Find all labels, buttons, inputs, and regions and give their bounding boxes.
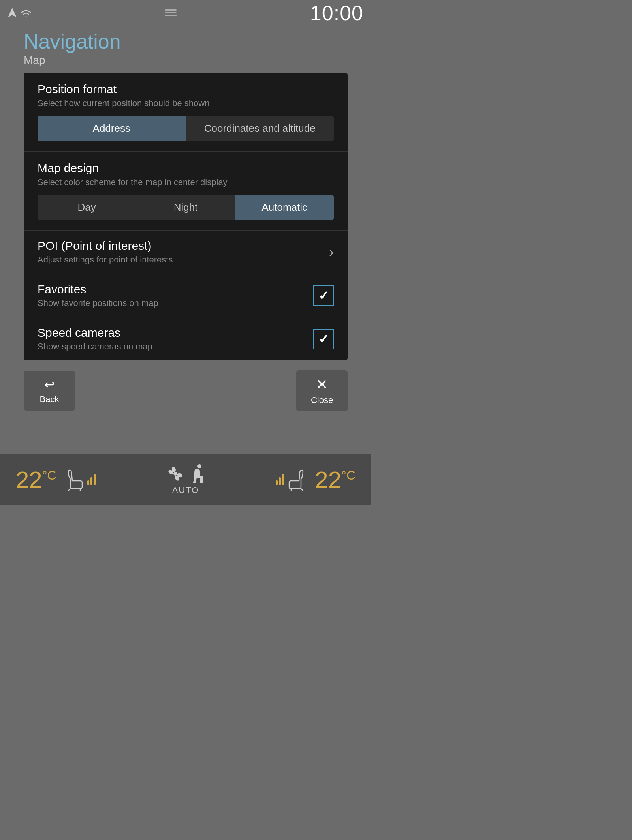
page-title: Navigation: [24, 30, 348, 53]
navigation-icon: [8, 8, 17, 18]
chevron-right-icon: ›: [329, 244, 334, 261]
map-design-section: Map design Select color scheme for the m…: [24, 152, 348, 231]
map-design-night-btn[interactable]: Night: [136, 195, 235, 220]
climate-right: 22°C: [276, 466, 356, 493]
temp-left: 22°C: [16, 466, 56, 493]
map-design-desc: Select color scheme for the map in cente…: [38, 177, 334, 188]
map-design-auto-btn[interactable]: Automatic: [235, 195, 334, 220]
map-design-title: Map design: [38, 161, 334, 175]
favorites-checkbox[interactable]: ✓: [313, 285, 334, 306]
nav-header: Navigation Map: [0, 24, 371, 73]
poi-title: POI (Point of interest): [38, 239, 323, 253]
speed-cameras-row[interactable]: Speed cameras Show speed cameras on map …: [24, 317, 348, 360]
back-icon: ↩: [44, 377, 55, 392]
climate-bar: 22°C: [0, 454, 371, 505]
close-icon: ✕: [316, 376, 328, 393]
heat-bars-left: [87, 474, 96, 485]
map-design-toggle-group: Day Night Automatic: [38, 195, 334, 220]
seat-icon-right: [287, 469, 307, 491]
status-bar: 10:00: [0, 0, 371, 24]
poi-row[interactable]: POI (Point of interest) Adjust settings …: [24, 231, 348, 274]
temp-right: 22°C: [315, 466, 356, 493]
speed-cameras-desc: Show speed cameras on map: [38, 341, 313, 352]
close-button[interactable]: ✕ Close: [296, 370, 348, 411]
favorites-title: Favorites: [38, 283, 313, 296]
position-format-desc: Select how current position should be sh…: [38, 98, 334, 109]
breadcrumb: Map: [24, 54, 348, 67]
favorites-desc: Show favorite positions on map: [38, 298, 313, 308]
bottom-bar: ↩ Back ✕ Close: [0, 364, 371, 417]
seat-icon-left: [64, 469, 84, 491]
close-label: Close: [311, 395, 333, 405]
favorites-row[interactable]: Favorites Show favorite positions on map…: [24, 274, 348, 317]
seat-heat-left: [64, 469, 96, 491]
status-icons-left: [8, 8, 32, 18]
svg-marker-0: [8, 8, 17, 17]
speed-cameras-title: Speed cameras: [38, 326, 313, 339]
wifi-icon: [21, 9, 32, 17]
poi-desc: Adjust settings for point of interests: [38, 255, 323, 265]
position-format-title: Position format: [38, 82, 334, 96]
position-format-section: Position format Select how current posit…: [24, 73, 348, 152]
position-format-address-btn[interactable]: Address: [38, 116, 186, 141]
seated-person-icon: [188, 464, 205, 484]
svg-point-1: [173, 472, 177, 476]
heat-bars-right: [276, 474, 284, 485]
map-design-day-btn[interactable]: Day: [38, 195, 136, 220]
fan-icon: [167, 465, 184, 483]
position-format-toggle-group: Address Coordinates and altitude: [38, 116, 334, 141]
auto-label: AUTO: [172, 485, 199, 495]
speed-cameras-checkbox[interactable]: ✓: [313, 329, 334, 349]
main-panel: Position format Select how current posit…: [24, 73, 348, 360]
favorites-checkmark: ✓: [318, 288, 329, 303]
climate-center: AUTO: [167, 464, 205, 495]
seat-heat-right: [276, 469, 307, 491]
position-format-coordinates-btn[interactable]: Coordinates and altitude: [186, 116, 334, 141]
speed-cameras-checkmark: ✓: [318, 332, 329, 347]
clock: 10:00: [310, 1, 363, 25]
back-button[interactable]: ↩ Back: [24, 371, 75, 411]
status-center: [165, 8, 177, 18]
svg-point-2: [198, 464, 201, 468]
back-label: Back: [40, 394, 59, 405]
